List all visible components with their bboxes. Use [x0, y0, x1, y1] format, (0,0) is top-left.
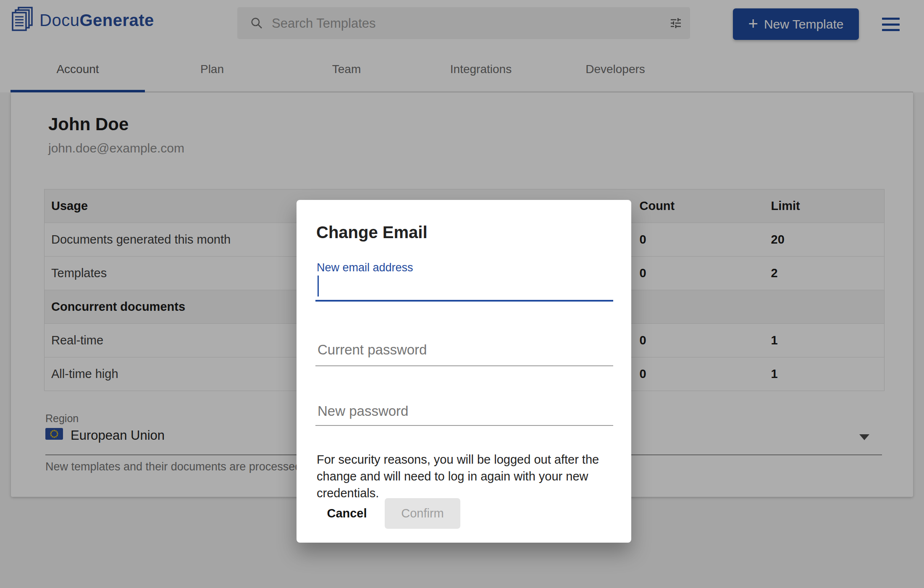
cancel-button[interactable]: Cancel	[322, 498, 372, 529]
email-input-underline-focused	[315, 300, 613, 302]
new-email-input[interactable]	[318, 274, 613, 298]
change-email-dialog: Change Email New email address For secur…	[297, 200, 631, 543]
new-email-label: New email address	[317, 261, 413, 274]
security-info-text: For security reasons, you will be logged…	[317, 451, 613, 501]
new-password-input[interactable]	[317, 400, 612, 423]
new-password-underline	[315, 425, 613, 426]
current-password-underline	[315, 365, 613, 366]
confirm-button[interactable]: Confirm	[385, 498, 460, 529]
text-cursor	[318, 276, 319, 297]
app-screen: DocuGenerate + New Template	[0, 0, 924, 588]
current-password-input[interactable]	[317, 339, 612, 361]
dialog-title: Change Email	[316, 223, 428, 242]
